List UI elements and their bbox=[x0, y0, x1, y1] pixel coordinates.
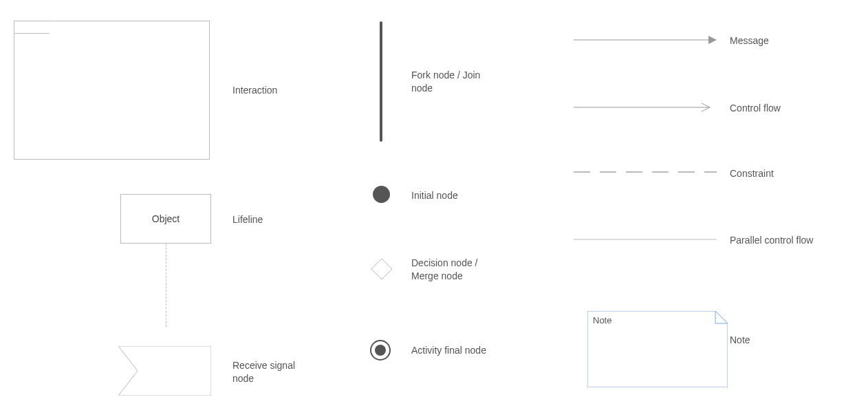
parallel-line-icon bbox=[574, 237, 718, 242]
decision-node-label: Decision node / Merge node bbox=[411, 257, 478, 283]
activity-final-label: Activity final node bbox=[411, 344, 486, 357]
initial-node-symbol bbox=[373, 186, 390, 203]
receive-signal-symbol bbox=[118, 346, 211, 396]
parallel-control-flow-symbol bbox=[574, 237, 718, 242]
interaction-frame bbox=[14, 21, 210, 160]
parallel-control-flow-label: Parallel control flow bbox=[730, 234, 813, 247]
receive-signal-icon bbox=[118, 346, 211, 396]
fork-join-label: Fork node / Join node bbox=[411, 69, 480, 95]
activity-final-inner bbox=[375, 345, 386, 356]
message-symbol bbox=[574, 34, 718, 45]
constraint-symbol bbox=[574, 169, 718, 175]
lifeline-symbol: Object bbox=[120, 194, 211, 244]
diamond-icon bbox=[371, 259, 392, 279]
activity-final-symbol bbox=[370, 340, 391, 361]
receive-signal-label: Receive signal node bbox=[232, 359, 295, 385]
constraint-label: Constraint bbox=[730, 167, 774, 180]
lifeline-label: Lifeline bbox=[232, 213, 263, 226]
interaction-symbol bbox=[14, 21, 210, 160]
svg-marker-0 bbox=[118, 346, 211, 396]
lifeline-tail bbox=[166, 244, 166, 327]
control-flow-label: Control flow bbox=[730, 102, 781, 115]
svg-line-6 bbox=[702, 107, 710, 111]
message-arrow-icon bbox=[574, 34, 718, 45]
svg-marker-1 bbox=[371, 259, 392, 279]
constraint-line-icon bbox=[574, 169, 718, 175]
lifeline-object-text: Object bbox=[152, 213, 180, 224]
note-symbol: Note bbox=[587, 311, 728, 387]
fork-join-symbol bbox=[380, 21, 382, 142]
lifeline-head: Object bbox=[120, 194, 211, 244]
interaction-label: Interaction bbox=[232, 84, 277, 97]
decision-node-symbol bbox=[371, 259, 392, 279]
message-label: Message bbox=[730, 34, 769, 47]
initial-node-label: Initial node bbox=[411, 189, 458, 202]
note-label: Note bbox=[730, 334, 750, 347]
interaction-tag bbox=[14, 21, 50, 34]
control-flow-symbol bbox=[574, 102, 718, 113]
control-flow-arrow-icon bbox=[574, 102, 718, 113]
svg-marker-3 bbox=[708, 36, 717, 44]
svg-line-5 bbox=[702, 103, 710, 107]
note-inner-text: Note bbox=[593, 315, 611, 325]
